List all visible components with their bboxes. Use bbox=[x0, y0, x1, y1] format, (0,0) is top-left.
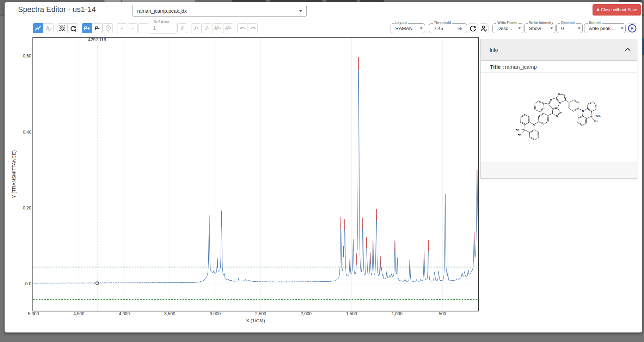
svg-text:N: N bbox=[556, 115, 558, 117]
svg-text:N: N bbox=[559, 102, 560, 104]
svg-text:0.0: 0.0 bbox=[25, 281, 31, 286]
svg-text:0.20: 0.20 bbox=[23, 206, 31, 210]
svg-text:3,500: 3,500 bbox=[164, 311, 175, 316]
svg-text:N: N bbox=[533, 123, 535, 126]
svg-text:5,000: 5,000 bbox=[28, 311, 39, 316]
svg-text:1,000: 1,000 bbox=[392, 311, 403, 316]
svg-text:N: N bbox=[582, 110, 584, 112]
svg-text:0.60: 0.60 bbox=[23, 54, 31, 59]
svg-text:4292.119: 4292.119 bbox=[88, 37, 106, 42]
svg-text:4,500: 4,500 bbox=[73, 311, 84, 316]
svg-text:N: N bbox=[550, 98, 552, 101]
svg-text:N: N bbox=[552, 108, 553, 110]
svg-text:X (1/CM): X (1/CM) bbox=[246, 318, 265, 323]
svg-text:0.40: 0.40 bbox=[23, 130, 31, 135]
svg-text:4,000: 4,000 bbox=[119, 311, 130, 316]
svg-text:N: N bbox=[563, 94, 565, 96]
svg-text:500: 500 bbox=[439, 311, 446, 316]
svg-text:Y (TRANSMITTANCE): Y (TRANSMITTANCE) bbox=[11, 150, 17, 198]
svg-text:1,500: 1,500 bbox=[346, 311, 357, 316]
svg-text:3,000: 3,000 bbox=[210, 311, 221, 316]
svg-text:N: N bbox=[560, 111, 562, 114]
svg-text:N: N bbox=[558, 93, 560, 96]
svg-text:2,000: 2,000 bbox=[301, 311, 312, 316]
svg-text:2,500: 2,500 bbox=[255, 311, 266, 316]
